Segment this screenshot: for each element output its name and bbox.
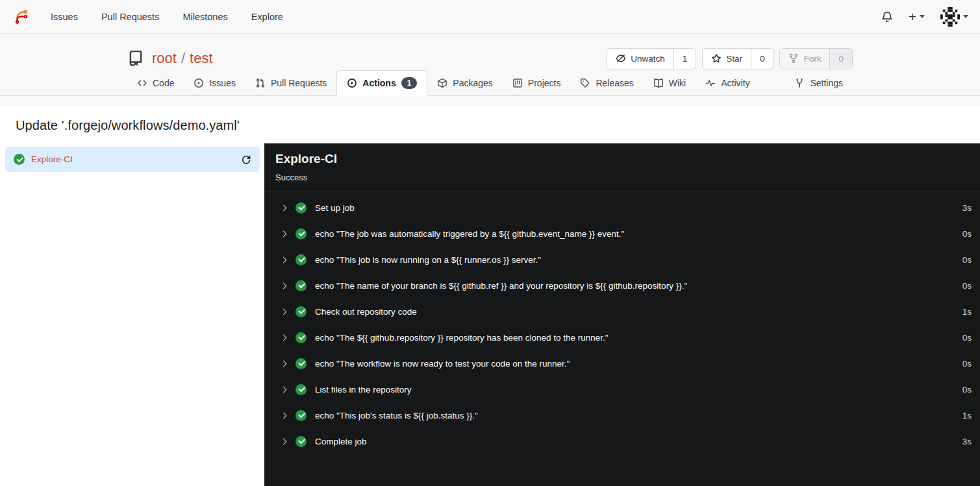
- watchers-count[interactable]: 1: [673, 49, 696, 69]
- step-row[interactable]: Set up job 3s: [264, 195, 980, 221]
- tab-activity[interactable]: Activity: [696, 70, 759, 95]
- package-icon: [437, 78, 447, 88]
- success-check-icon: [295, 228, 307, 239]
- tab-label: Activity: [721, 78, 749, 88]
- repo-action-buttons: Unwatch 1 Star 0: [607, 48, 853, 69]
- tab-releases[interactable]: Releases: [570, 70, 643, 95]
- step-name: echo "The workflow is now ready to test …: [315, 359, 570, 369]
- tab-label: Issues: [209, 78, 235, 88]
- chevron-right-icon: [281, 386, 287, 393]
- chevron-right-icon: [281, 360, 287, 367]
- step-row[interactable]: Complete job 3s: [264, 428, 980, 454]
- step-duration: 3s: [952, 437, 972, 446]
- repo-owner-link[interactable]: root: [152, 50, 177, 67]
- nav-milestones[interactable]: Milestones: [171, 0, 239, 34]
- step-row[interactable]: Check out repository code 1s: [264, 298, 980, 324]
- success-check-icon: [295, 306, 307, 317]
- chevron-right-icon: [281, 204, 287, 211]
- success-check-icon: [14, 154, 25, 165]
- step-row[interactable]: echo "The job was automatically triggere…: [264, 221, 980, 247]
- tab-label: Wiki: [669, 78, 686, 88]
- actions-run-view: Update '.forgejo/workflows/demo.yaml' Ex…: [0, 106, 980, 486]
- main-nav: Issues Pull Requests Milestones Explore: [39, 0, 295, 34]
- repo-name-link[interactable]: test: [190, 50, 212, 67]
- forgejo-logo-icon: [14, 10, 29, 24]
- nav-pull-requests[interactable]: Pull Requests: [90, 0, 171, 34]
- step-name: Complete job: [315, 437, 367, 446]
- step-row[interactable]: echo "The ${{ github.repository }} repos…: [264, 324, 980, 350]
- job-log-panel: Explore-CI Success Set up job 3s echo "T…: [264, 143, 980, 486]
- steps-list: Set up job 3s echo "The job was automati…: [264, 191, 980, 454]
- star-label: Star: [726, 54, 742, 64]
- tab-label: Releases: [596, 78, 633, 88]
- step-name: echo "This job is now running on a ${{ r…: [315, 255, 541, 265]
- success-check-icon: [295, 384, 307, 395]
- tab-projects[interactable]: Projects: [503, 70, 571, 95]
- tab-packages[interactable]: Packages: [427, 70, 502, 95]
- step-name: Set up job: [315, 203, 355, 213]
- tab-wiki[interactable]: Wiki: [644, 70, 696, 95]
- chevron-right-icon: [281, 412, 287, 419]
- rerun-job-button[interactable]: [241, 154, 251, 165]
- step-row[interactable]: echo "The workflow is now ready to test …: [264, 350, 980, 376]
- success-check-icon: [295, 332, 307, 343]
- create-new-button[interactable]: +: [909, 10, 925, 23]
- step-name: echo "This job's status is ${{ job.statu…: [315, 411, 478, 420]
- eye-slash-icon: [616, 53, 626, 64]
- breadcrumb-separator: /: [181, 50, 185, 67]
- step-duration: 0s: [952, 385, 972, 395]
- job-status-text: Success: [275, 173, 969, 182]
- chevron-right-icon: [281, 334, 287, 341]
- forgejo-logo[interactable]: [14, 10, 29, 24]
- tab-label: Projects: [528, 78, 561, 88]
- caret-down-icon: [920, 15, 925, 18]
- project-icon: [512, 78, 523, 88]
- git-fork-icon: [788, 53, 799, 64]
- job-panel-header: Explore-CI Success: [264, 143, 980, 191]
- step-row[interactable]: echo "The name of your branch is ${{ git…: [264, 273, 980, 298]
- chevron-right-icon: [281, 256, 287, 263]
- fork-button[interactable]: Fork: [780, 49, 829, 69]
- tab-label: Code: [153, 78, 174, 88]
- job-list-item[interactable]: Explore-CI: [5, 147, 260, 172]
- tab-settings[interactable]: Settings: [785, 70, 853, 95]
- repo-breadcrumb: root / test: [152, 50, 213, 67]
- star-button[interactable]: Star: [703, 49, 751, 69]
- tab-actions[interactable]: Actions 1: [336, 70, 427, 96]
- tab-label: Actions: [362, 78, 396, 88]
- top-navbar: Issues Pull Requests Milestones Explore …: [0, 0, 980, 34]
- fork-label: Fork: [803, 54, 821, 64]
- unwatch-button[interactable]: Unwatch: [607, 49, 673, 69]
- notifications-button[interactable]: [881, 11, 893, 23]
- forgejo-app: Issues Pull Requests Milestones Explore …: [0, 0, 980, 486]
- star-button-group: Star 0: [702, 48, 773, 69]
- tools-icon: [794, 78, 805, 88]
- run-title: Update '.forgejo/workflows/demo.yaml': [0, 106, 980, 143]
- success-check-icon: [295, 358, 307, 369]
- step-row[interactable]: echo "This job's status is ${{ job.statu…: [264, 402, 980, 428]
- repo-tabs: Code Issues Pull Requests: [127, 70, 853, 95]
- play-circle-icon: [347, 78, 357, 88]
- plus-icon: +: [909, 10, 916, 23]
- step-row[interactable]: echo "This job is now running on a ${{ r…: [264, 247, 980, 273]
- tab-code[interactable]: Code: [127, 70, 184, 95]
- tab-pull-requests[interactable]: Pull Requests: [245, 70, 336, 95]
- tab-label: Pull Requests: [271, 78, 327, 88]
- step-name: echo "The job was automatically triggere…: [315, 229, 624, 239]
- user-menu-button[interactable]: [940, 7, 968, 27]
- tab-label: Packages: [453, 78, 492, 88]
- chevron-right-icon: [281, 308, 287, 315]
- jobs-sidebar: Explore-CI: [0, 143, 264, 486]
- success-check-icon: [295, 410, 307, 421]
- repo-tab-strip: Code Issues Pull Requests: [0, 70, 980, 96]
- nav-issues[interactable]: Issues: [39, 0, 90, 34]
- tab-issues[interactable]: Issues: [184, 70, 245, 95]
- actions-count-badge: 1: [401, 77, 418, 89]
- step-row[interactable]: List files in the repository 0s: [264, 376, 980, 402]
- nav-explore[interactable]: Explore: [240, 0, 295, 34]
- stars-count[interactable]: 0: [751, 49, 773, 69]
- issue-opened-icon: [194, 78, 204, 88]
- forks-count[interactable]: 0: [829, 49, 852, 69]
- step-duration: 0s: [952, 359, 972, 369]
- repo-header-section: root / test Unwatch 1: [0, 34, 980, 106]
